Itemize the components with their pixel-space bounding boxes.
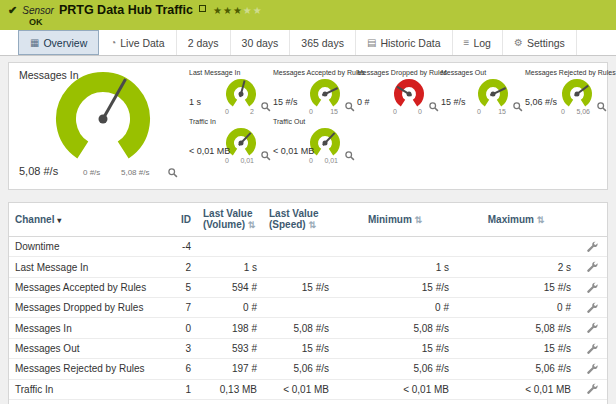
channel-name[interactable]: Messages Accepted by Rules <box>9 277 159 297</box>
minimum-value: 15 #/s <box>335 277 455 297</box>
maximum-value: 15 #/s <box>455 338 577 358</box>
priority-stars[interactable]: ★★★★★ <box>213 5 263 16</box>
external-link-icon[interactable] <box>199 5 206 12</box>
table-row[interactable]: Messages Out3593 #15 #/s15 #/s15 #/s <box>9 338 607 358</box>
channel-name[interactable]: Messages In <box>9 318 159 338</box>
col-last-value-volume[interactable]: Last Value(Volume) ⇅ <box>197 203 263 237</box>
gauge-label: Traffic In <box>189 118 273 125</box>
channel-settings-button[interactable] <box>577 237 607 257</box>
gauge-zoom-icon[interactable] <box>260 147 271 165</box>
tab-live-data[interactable]: ◔Live Data <box>99 30 176 55</box>
channel-settings-button[interactable] <box>577 298 607 318</box>
gauge-scale-min: 0 <box>225 108 229 115</box>
gauge-zoom-icon[interactable] <box>344 98 355 116</box>
table-row[interactable]: Messages Dropped by Rules70 #0 #0 # <box>9 298 607 318</box>
channel-name[interactable]: Messages Dropped by Rules <box>9 298 159 318</box>
primary-gauge-dial <box>55 71 151 167</box>
table-row[interactable]: Messages Rejected by Rules6197 #5,06 #/s… <box>9 359 607 379</box>
tab-label: 30 days <box>242 37 279 49</box>
minimum-value: < 0,01 MB <box>335 399 455 404</box>
channel-settings-button[interactable] <box>577 379 607 399</box>
gauge-zoom-icon[interactable] <box>344 147 355 165</box>
last-value-volume: 593 # <box>197 338 263 358</box>
tab-log[interactable]: ≡Log <box>453 30 503 55</box>
tab-label: Overview <box>43 37 87 49</box>
tab-settings[interactable]: ⚙Settings <box>503 30 577 55</box>
last-value-volume: 197 # <box>197 359 263 379</box>
log-icon: ≡ <box>464 37 470 48</box>
gauge-scale-max: 0,01 <box>324 157 338 164</box>
gauge-scale-min: 0 <box>225 157 229 164</box>
last-value-volume: 198 # <box>197 318 263 338</box>
col-minimum[interactable]: Minimum ⇅ <box>335 203 455 237</box>
tab-2-days[interactable]: 2 days <box>177 30 231 55</box>
minimum-value <box>335 237 455 257</box>
last-value-volume <box>197 237 263 257</box>
small-gauges-grid: Last Message In1 s02Messages Accepted by… <box>189 69 609 167</box>
channel-name[interactable]: Downtime <box>9 237 159 257</box>
channel-id: 2 <box>159 257 197 277</box>
gauge-zoom-icon[interactable] <box>596 98 607 116</box>
channel-name[interactable]: Last Message In <box>9 257 159 277</box>
minimum-value: 15 #/s <box>335 338 455 358</box>
table-row[interactable]: Last Message In21 s1 s2 s <box>9 257 607 277</box>
overview-icon: ▦ <box>30 37 39 48</box>
channel-table-panel: Channel ▾ ID Last Value(Volume) ⇅ Last V… <box>8 202 608 404</box>
gauge-dial <box>561 78 593 110</box>
gauge-value: 0 # <box>357 97 370 107</box>
gauge-zoom-icon[interactable] <box>512 98 523 116</box>
sort-icon: ⇅ <box>248 220 256 230</box>
status-check-icon: ✔ <box>8 4 17 17</box>
channel-id: 7 <box>159 298 197 318</box>
gauge-scale-max: 0,01 <box>240 157 254 164</box>
gauge-scale-max: 15 <box>498 108 506 115</box>
col-maximum[interactable]: Maximum ⇅ <box>455 203 577 237</box>
gauge-label: Messages Accepted by Rules <box>273 69 357 76</box>
gauge-zoom-icon[interactable] <box>260 98 271 116</box>
sort-icon: ⇅ <box>415 215 423 225</box>
table-row[interactable]: Traffic Out40,39 MB< 0,01 MB< 0,01 MB< 0… <box>9 399 607 404</box>
channel-name[interactable]: Messages Rejected by Rules <box>9 359 159 379</box>
tab-label: 2 days <box>188 37 219 49</box>
table-row[interactable]: Downtime-4 <box>9 237 607 257</box>
channel-settings-button[interactable] <box>577 399 607 404</box>
last-value-speed: 5,06 #/s <box>263 359 335 379</box>
channel-name[interactable]: Traffic Out <box>9 399 159 404</box>
tab-30-days[interactable]: 30 days <box>231 30 291 55</box>
channel-settings-button[interactable] <box>577 338 607 358</box>
col-id[interactable]: ID <box>159 203 197 237</box>
maximum-value: 5,06 #/s <box>455 359 577 379</box>
channel-settings-button[interactable] <box>577 359 607 379</box>
channel-settings-button[interactable] <box>577 318 607 338</box>
tab-365-days[interactable]: 365 days <box>290 30 356 55</box>
gauge-zoom-icon[interactable] <box>428 98 439 116</box>
primary-gauge-scale-max: 5,08 #/s <box>121 168 149 177</box>
gauge-scale-min: 0 <box>393 108 397 115</box>
tab-label: Log <box>473 37 491 49</box>
settings-icon: ⚙ <box>514 37 523 48</box>
tab-historic-data[interactable]: ▤Historic Data <box>356 30 453 55</box>
col-last-value-speed[interactable]: Last Value(Speed) ⇅ <box>263 203 335 237</box>
gauge-label: Last Message In <box>189 69 273 76</box>
channel-settings-button[interactable] <box>577 277 607 297</box>
channel-name[interactable]: Messages Out <box>9 338 159 358</box>
table-row[interactable]: Messages In0198 #5,08 #/s5,08 #/s5,08 #/… <box>9 318 607 338</box>
minimum-value: 0 # <box>335 298 455 318</box>
channel-name[interactable]: Traffic In <box>9 379 159 399</box>
sort-icon: ⇅ <box>537 215 545 225</box>
sort-desc-icon: ▾ <box>57 216 61 225</box>
channel-settings-button[interactable] <box>577 257 607 277</box>
priority-stars-filled: ★★★ <box>213 5 243 16</box>
table-row[interactable]: Messages Accepted by Rules5594 #15 #/s15… <box>9 277 607 297</box>
gauge-value: 15 #/s <box>441 97 466 107</box>
col-channel[interactable]: Channel ▾ <box>9 203 159 237</box>
minimum-value: < 0,01 MB <box>335 379 455 399</box>
gauge-value: < 0,01 MB <box>273 146 314 156</box>
table-row[interactable]: Traffic In10,13 MB< 0,01 MB< 0,01 MB< 0,… <box>9 379 607 399</box>
gauge-scale-max: 0 <box>418 108 422 115</box>
tab-overview[interactable]: ▦Overview <box>18 30 99 55</box>
tab-label: Live Data <box>120 37 164 49</box>
gauge-zoom-icon[interactable] <box>167 164 178 182</box>
gauge-scale-min: 0 <box>309 157 313 164</box>
last-value-speed <box>263 298 335 318</box>
